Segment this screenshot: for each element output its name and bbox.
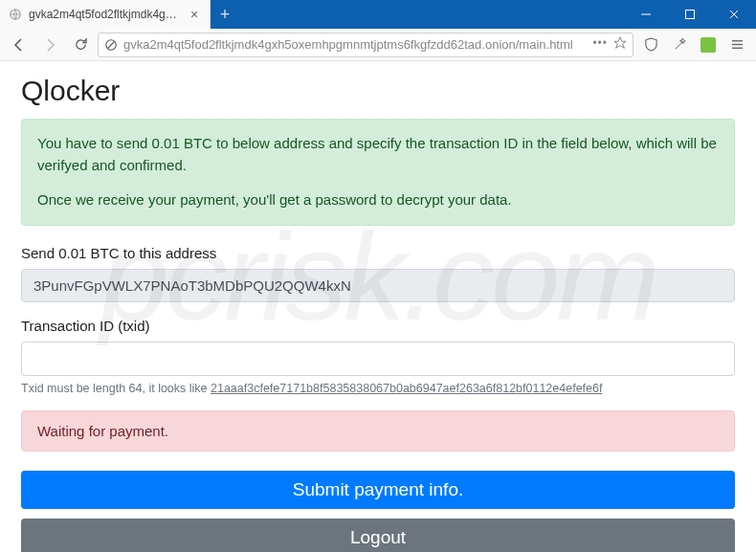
window-controls: [624, 0, 756, 29]
url-text: gvka2m4qt5fod2fltkjmdk4gxh5oxemhpgmnmtjp…: [123, 37, 587, 52]
submit-button[interactable]: Submit payment info.: [21, 471, 735, 509]
shield-icon[interactable]: [637, 32, 664, 58]
status-alert: Waiting for payment.: [21, 410, 735, 452]
txid-help-text: Txid must be length 64, it looks like 21…: [21, 382, 735, 395]
maximize-button[interactable]: [668, 0, 712, 29]
page-title: Qlocker: [21, 75, 735, 107]
menu-button[interactable]: [723, 32, 750, 58]
btc-address-field[interactable]: [21, 269, 735, 302]
url-actions: •••: [592, 36, 627, 54]
txid-label: Transaction ID (txid): [21, 318, 735, 334]
close-window-button[interactable]: [712, 0, 756, 29]
extension-icon[interactable]: [695, 32, 722, 58]
browser-tab[interactable]: gvka2m4qt5fod2fltkjmdk4gxh5oxe ×: [0, 0, 211, 29]
page-actions-icon[interactable]: •••: [592, 36, 608, 54]
reload-button[interactable]: [67, 32, 94, 58]
svg-rect-2: [686, 11, 695, 19]
new-tab-button[interactable]: +: [211, 0, 239, 29]
minimize-button[interactable]: [624, 0, 668, 29]
info-paragraph-1: You have to send 0.01 BTC to below addre…: [37, 133, 719, 176]
nav-toolbar: gvka2m4qt5fod2fltkjmdk4gxh5oxemhpgmnmtjp…: [0, 29, 756, 61]
bookmark-icon[interactable]: [613, 36, 627, 54]
url-bar[interactable]: gvka2m4qt5fod2fltkjmdk4gxh5oxemhpgmnmtjp…: [98, 33, 634, 57]
page-viewport[interactable]: Qlocker You have to send 0.01 BTC to bel…: [0, 61, 756, 552]
connection-icon: [104, 38, 118, 52]
tab-close-icon[interactable]: ×: [187, 7, 202, 22]
logout-button[interactable]: Logout: [21, 519, 735, 553]
btc-address-label: Send 0.01 BTC to this address: [21, 245, 735, 261]
tab-title: gvka2m4qt5fod2fltkjmdk4gxh5oxe: [29, 8, 181, 21]
effects-icon[interactable]: [666, 32, 693, 58]
txid-help-prefix: Txid must be length 64, it looks like: [21, 382, 211, 395]
info-alert: You have to send 0.01 BTC to below addre…: [21, 119, 735, 226]
txid-input[interactable]: [21, 342, 735, 376]
window-titlebar: gvka2m4qt5fod2fltkjmdk4gxh5oxe × +: [0, 0, 756, 29]
svg-line-6: [108, 41, 115, 48]
tab-favicon-icon: [8, 7, 23, 22]
txid-help-example: 21aaaf3cfefe7171b8f5835838067b0ab6947aef…: [211, 382, 602, 395]
info-paragraph-2: Once we receive your payment, you'll get…: [37, 189, 719, 211]
forward-button[interactable]: [36, 32, 63, 58]
back-button[interactable]: [6, 32, 33, 58]
